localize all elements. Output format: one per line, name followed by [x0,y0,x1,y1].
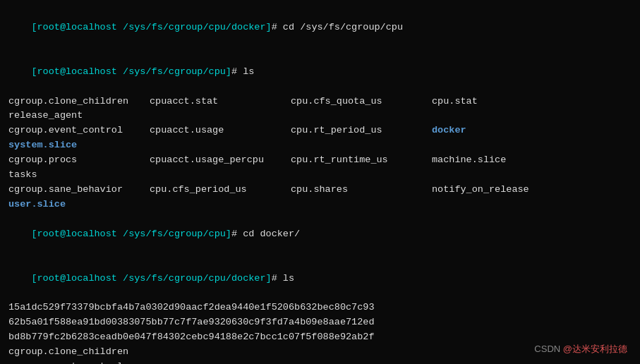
ls-item: cpu.rt_period_us [291,123,432,138]
hash-line: 15a1dc529f73379bcbfa4b7a0302d90aacf2dea9… [8,301,632,315]
ls-item-system-slice: system.slice [8,138,150,153]
ls-item: cpuacct.usage_percpu [150,153,291,168]
terminal-line: [root@localhost /sys/fs/cgroup/cpu]# cd … [8,212,632,257]
ls-item-machine-slice: machine.slice [432,153,573,168]
ls-item: cpu.shares [291,183,432,198]
ls-item: cpuacct.stat [150,95,291,109]
terminal-line: [root@localhost /sys/fs/cgroup/cpu]# ls [8,50,632,95]
terminal-line: [root@localhost /sys/fs/cgroup/cpu/docke… [8,257,632,301]
ls-item-user-slice: user.slice [8,198,150,212]
terminal: [root@localhost /sys/fs/cgroup/cpu/docke… [0,0,640,364]
ls-row: cgroup.sane_behavior cpu.cfs_period_us c… [8,183,632,212]
ls-item: cpu.cfs_period_us [150,183,291,198]
ls-item-notify: notify_on_release [432,183,573,198]
ls-row: cgroup.procs cpuacct.usage_percpu cpu.rt… [8,153,632,183]
ls-item: cgroup.event_control [8,123,150,138]
prompt-user: [root@localhost /sys/fs/cgroup/cpu] [31,66,231,77]
ls-item-docker: docker [432,123,573,138]
terminal-line: cgroup.event_control [8,360,632,364]
cmd-text: # cd docker/ [231,229,300,239]
prompt-user: [root@localhost /sys/fs/cgroup/cpu/docke… [31,273,271,284]
terminal-line: [root@localhost /sys/fs/cgroup/cpu/docke… [8,6,632,50]
ls-item: release_agent [8,109,150,123]
prompt-user: [root@localhost /sys/fs/cgroup/cpu] [31,229,231,239]
prompt-user: [root@localhost /sys/fs/cgroup/cpu/docke… [31,22,271,32]
cmd-text: # ls [272,273,294,284]
ls-item: tasks [8,168,150,183]
ls-item: cpu.cfs_quota_us [291,95,432,109]
ls-item: cpu.rt_runtime_us [291,153,432,168]
hash-line: 62b5a01f588ea91bd00383075bb77c7f7ae93206… [8,315,632,330]
ls-item: cpuacct.usage [150,123,291,138]
watermark-author: @达米安利拉德 [563,344,627,354]
ls-item: cgroup.sane_behavior [8,183,150,198]
cmd-text: # ls [231,66,254,77]
ls-item: cpu.stat [432,95,573,109]
ls-item: cgroup.procs [8,153,150,168]
ls-item: cgroup.clone_children [8,95,150,109]
cmd-text: # cd /sys/fs/cgroup/cpu [272,22,403,32]
ls-row: cgroup.clone_children cpuacct.stat cpu.c… [8,95,632,124]
ls-row: cgroup.event_control cpuacct.usage cpu.r… [8,123,632,153]
watermark: CSDN @达米安利拉德 [534,343,627,356]
